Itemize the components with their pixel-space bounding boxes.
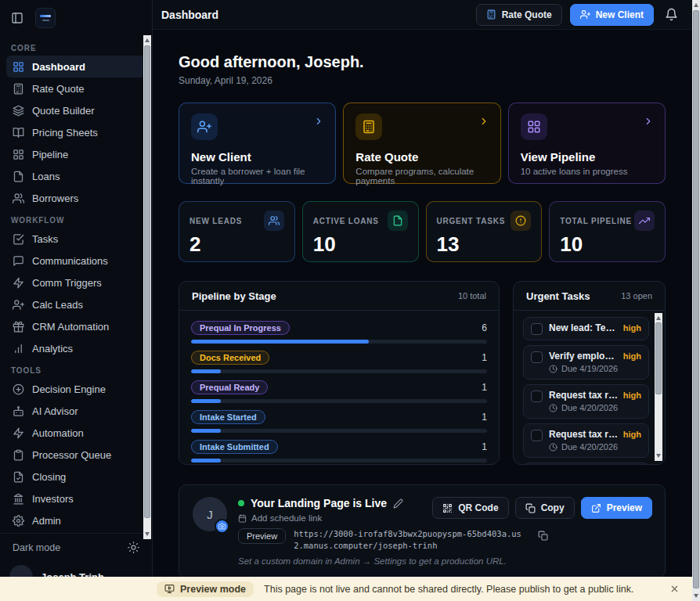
avatar-camera-badge[interactable] xyxy=(215,519,229,534)
sidebar-item-label: Investors xyxy=(32,493,74,505)
tasks-scrollbar[interactable] xyxy=(655,313,662,461)
landing-page-url[interactable]: https://3000-irofaf8v3bwx2puopyspm-65bd4… xyxy=(294,528,530,552)
task-due: Due 4/20/2026 xyxy=(549,442,641,452)
sidebar-item[interactable]: Decision Engine xyxy=(6,378,146,400)
sidebar-item[interactable]: Automation xyxy=(6,422,146,444)
stage-bar-fill xyxy=(191,429,221,433)
sidebar-item-icon xyxy=(13,427,24,439)
task-item[interactable]: Verify employment at A... high xyxy=(523,462,649,465)
stat-card[interactable]: NEW LEADS 2 xyxy=(179,201,295,262)
task-checkbox[interactable] xyxy=(531,430,543,441)
action-card-icon-box xyxy=(521,113,547,140)
qr-code-button[interactable]: QR Code xyxy=(432,497,508,519)
page-title: Dashboard xyxy=(161,9,218,21)
page-scrollbar-thumb[interactable] xyxy=(693,10,699,588)
action-card-title: New Client xyxy=(191,150,323,164)
pipeline-panel-title: Pipeline by Stage xyxy=(192,290,276,302)
stat-icon xyxy=(639,215,650,226)
sidebar-item[interactable]: Loans xyxy=(6,165,146,187)
sidebar-item[interactable]: Dashboard xyxy=(6,56,146,77)
chevron-right-icon xyxy=(643,116,654,127)
pipeline-stage-row: Docs Received 1 xyxy=(191,351,487,373)
stat-cards: NEW LEADS 2 ACTIVE LOANS 10 xyxy=(179,201,666,262)
notifications-bell-icon[interactable] xyxy=(665,8,678,21)
sidebar-item[interactable]: Comm Triggers xyxy=(6,272,146,293)
sidebar-toggle-icon[interactable] xyxy=(11,12,23,24)
preview-mode-badge-label: Preview mode xyxy=(180,584,246,595)
stat-card[interactable]: ACTIVE LOANS 10 xyxy=(302,201,419,262)
sidebar-item-icon xyxy=(13,493,24,505)
sidebar-item[interactable]: Quote Builder xyxy=(6,99,146,121)
sidebar-item[interactable]: Investors xyxy=(6,488,146,509)
task-item[interactable]: Request tax returns fro... high Due 4/20… xyxy=(523,423,649,458)
sidebar-scrollbar[interactable] xyxy=(143,35,151,539)
banner-close-icon[interactable] xyxy=(669,584,680,594)
sidebar-item[interactable]: AI Advisor xyxy=(6,400,146,422)
sidebar-item[interactable]: Rate Quote xyxy=(6,77,146,99)
task-checkbox[interactable] xyxy=(531,351,543,363)
sidebar-item[interactable]: Admin xyxy=(6,509,146,531)
preview-button[interactable]: Preview xyxy=(581,497,652,519)
sidebar-item[interactable]: CRM Automation xyxy=(6,315,146,337)
action-card-icon xyxy=(362,120,376,134)
stage-bar xyxy=(191,369,487,373)
action-card-title: View Pipeline xyxy=(521,150,653,164)
sidebar-item[interactable]: Tasks xyxy=(6,228,146,250)
stat-card[interactable]: TOTAL PIPELINE 10 xyxy=(549,201,666,262)
task-title: Verify employment at A... xyxy=(549,351,619,362)
sidebar-item-icon xyxy=(13,277,24,289)
sidebar-item-label: AI Advisor xyxy=(32,405,78,417)
task-item[interactable]: Request tax returns fro... high Due 4/20… xyxy=(523,384,649,419)
sidebar-item-label: Closing xyxy=(32,471,66,483)
sidebar-item[interactable]: Analytics xyxy=(6,337,146,359)
task-title: New lead: Tester do xyxy=(549,322,619,333)
task-checkbox[interactable] xyxy=(531,323,543,335)
dark-mode-toggle[interactable]: Dark mode xyxy=(0,533,152,561)
copy-icon xyxy=(525,503,536,513)
stage-count: 6 xyxy=(482,322,487,333)
sun-icon xyxy=(128,542,139,553)
copy-url-icon[interactable] xyxy=(538,531,548,541)
action-card[interactable]: View Pipeline 10 active loans in progres… xyxy=(508,103,666,184)
sidebar-item[interactable]: Pricing Sheets xyxy=(6,121,146,143)
task-item[interactable]: Verify employment at A... high Due 4/19/… xyxy=(523,345,649,380)
landing-card-actions: QR Code Copy Preview xyxy=(432,497,652,519)
preview-mode-badge: Preview mode xyxy=(157,581,254,597)
stat-icon xyxy=(392,215,403,226)
sidebar-item[interactable]: Pipeline xyxy=(6,143,146,165)
sidebar-item-icon xyxy=(13,233,24,245)
action-card[interactable]: New Client Create a borrower + loan file… xyxy=(179,103,336,184)
stat-card[interactable]: URGENT TASKS 13 xyxy=(426,201,543,262)
rate-quote-button-label: Rate Quote xyxy=(502,9,552,20)
page-scrollbar[interactable] xyxy=(692,0,700,601)
new-client-button[interactable]: New Client xyxy=(570,4,654,26)
sidebar-item-label: Calc Leads xyxy=(32,299,83,311)
sidebar-item-label: Decision Engine xyxy=(32,383,106,395)
sidebar-item[interactable]: Communications xyxy=(6,250,146,272)
banner-message: This page is not live and cannot be shar… xyxy=(264,584,633,595)
sidebar: CORE Dashboard Rate Quote Quote Builder xyxy=(0,0,153,601)
sidebar-scrollbar-thumb[interactable] xyxy=(144,45,150,518)
rate-quote-button[interactable]: Rate Quote xyxy=(476,4,562,26)
app-logo[interactable] xyxy=(35,8,56,28)
sidebar-section: CORE Dashboard Rate Quote Quote Builder xyxy=(6,37,146,209)
urgent-tasks-open-count: 13 open xyxy=(621,291,652,300)
sidebar-item[interactable]: Borrowers xyxy=(6,187,146,209)
sidebar-item-icon xyxy=(13,471,24,483)
stat-label: TOTAL PIPELINE xyxy=(560,217,632,225)
action-card[interactable]: Rate Quote Compare programs, calculate p… xyxy=(343,103,500,184)
stat-value: 10 xyxy=(313,232,408,257)
action-card-subtitle: Compare programs, calculate payments xyxy=(355,167,488,185)
task-due: Due 4/20/2026 xyxy=(549,403,641,413)
sidebar-item[interactable]: Calc Leads xyxy=(6,293,146,315)
sidebar-item-icon xyxy=(13,321,24,333)
task-item[interactable]: New lead: Tester do high xyxy=(523,317,649,340)
edit-icon[interactable] xyxy=(393,498,403,509)
tasks-scrollbar-thumb[interactable] xyxy=(655,322,662,394)
urgent-tasks-title: Urgent Tasks xyxy=(526,290,590,302)
copy-link-button[interactable]: Copy xyxy=(515,497,575,519)
sidebar-item[interactable]: Processor Queue xyxy=(6,444,146,466)
clock-icon xyxy=(549,443,557,452)
sidebar-item[interactable]: Closing xyxy=(6,466,146,488)
task-checkbox[interactable] xyxy=(531,390,543,402)
